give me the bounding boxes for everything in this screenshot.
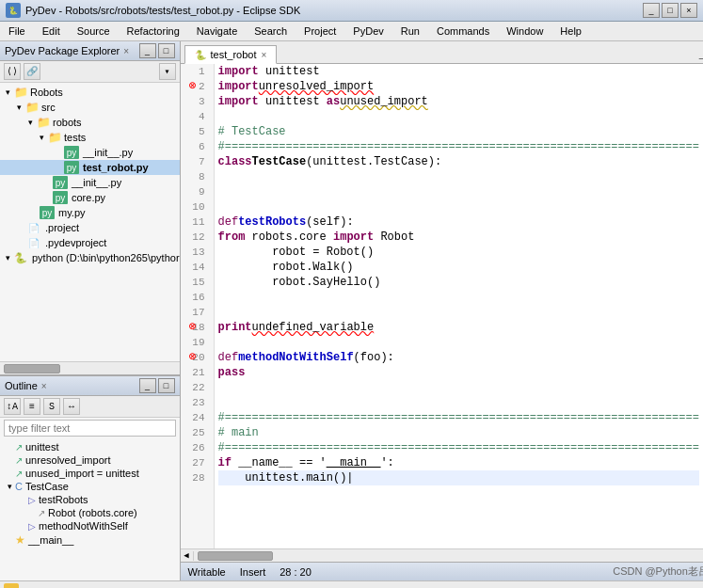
- collapse-all-btn[interactable]: ⟨⟩: [4, 63, 21, 80]
- menu-window[interactable]: Window: [502, 24, 548, 39]
- menu-run[interactable]: Run: [396, 24, 424, 39]
- line-num-6: 6: [185, 139, 209, 154]
- outline-item-unittest[interactable]: ↗ unittest: [0, 440, 180, 453]
- maximize-button[interactable]: □: [662, 3, 679, 18]
- tree-item-tests[interactable]: ▾ 📁 tests: [0, 130, 180, 145]
- outline-item-unused[interactable]: ↗ unused_import = unittest: [0, 467, 180, 480]
- sync-btn[interactable]: ↔: [63, 398, 80, 415]
- panel-max-btn[interactable]: □: [158, 43, 175, 58]
- tree-item-src[interactable]: ▾ 📁 src: [0, 100, 180, 115]
- outline-max-btn[interactable]: □: [158, 378, 175, 393]
- package-explorer-title: PyDev Package Explorer: [5, 45, 120, 56]
- menu-bar: File Edit Source Refactoring Navigate Se…: [0, 22, 703, 41]
- code-line-3: import unittest as unused_import: [218, 94, 699, 109]
- menu-source[interactable]: Source: [72, 24, 115, 39]
- tree-item-python[interactable]: ▾ 🐍 python (D:\bin\python265\pythor: [0, 250, 180, 265]
- status-insert: Insert: [240, 566, 266, 578]
- line-num-19: 19: [185, 335, 209, 350]
- class-icon: C: [15, 481, 23, 492]
- tab-ctrl-min[interactable]: _: [699, 51, 703, 61]
- outline-item-main[interactable]: ★ __main__: [0, 532, 180, 548]
- code-line-26: #=======================================…: [218, 440, 699, 455]
- bottom-bar: [0, 580, 703, 588]
- menu-project[interactable]: Project: [299, 24, 341, 39]
- outline-badge: ×: [41, 381, 47, 391]
- outline-item-testcase[interactable]: ▾ C TestCase: [0, 480, 180, 493]
- code-line-11: def testRobots(self):: [218, 215, 699, 230]
- line-num-20: ⊗ 20: [185, 350, 209, 365]
- editor-tab-bar: 🐍 test_robot × _ □: [181, 41, 703, 64]
- menu-help[interactable]: Help: [555, 24, 586, 39]
- outline-tree[interactable]: ↗ unittest ↗ unresolved_import ↗ unused_…: [0, 438, 180, 580]
- tree-label: .project: [45, 222, 79, 233]
- outline-label: methodNotWithSelf: [39, 520, 128, 532]
- tree-item-init-tests[interactable]: py __init__.py: [0, 145, 180, 160]
- hide-fields-btn[interactable]: ≡: [24, 398, 40, 415]
- outline-panel: Outline × _ □ ↕A ≡ S ↔ ↗: [0, 375, 180, 580]
- error-icon-18: ⊗: [185, 320, 200, 335]
- line-num-22: 22: [185, 380, 209, 395]
- status-position: 28 : 20: [280, 566, 312, 578]
- tree-label: core.py: [72, 192, 105, 203]
- line-num-3: 3: [185, 94, 209, 109]
- h-scroll-left-btn[interactable]: ◀: [181, 551, 194, 561]
- code-editor[interactable]: import unittest import unresolved_import…: [215, 64, 703, 548]
- package-explorer-tree[interactable]: ▾ 📁 Robots ▾ 📁 src ▾ 📁 robots: [0, 83, 180, 361]
- py-icon: py: [64, 146, 79, 159]
- outline-min-btn[interactable]: _: [139, 378, 156, 393]
- outline-item-method[interactable]: ▷ methodNotWithSelf: [0, 519, 180, 532]
- tree-item-project[interactable]: 📄 .project: [0, 220, 180, 235]
- link-editor-btn[interactable]: 🔗: [24, 63, 40, 80]
- menu-edit[interactable]: Edit: [38, 24, 65, 39]
- line-num-9: 9: [185, 184, 209, 199]
- menu-commands[interactable]: Commands: [432, 24, 494, 39]
- tree-item-mypy[interactable]: py my.py: [0, 205, 180, 220]
- module-icon: ↗: [15, 455, 23, 466]
- tree-item-test-robot[interactable]: py test_robot.py: [0, 160, 180, 175]
- outline-item-testrobots[interactable]: ▷ testRobots: [0, 493, 180, 506]
- py-icon: py: [64, 161, 79, 174]
- code-line-22: [218, 380, 699, 395]
- code-line-27: if __name__ == '__main__':: [218, 455, 699, 470]
- tab-close-btn[interactable]: ×: [261, 50, 266, 60]
- package-explorer-section: PyDev Package Explorer × _ □ ⟨⟩ 🔗 ▾ ▾ 📁: [0, 41, 180, 375]
- h-scroll-thumb[interactable]: [198, 551, 273, 561]
- line-num-21: 21: [185, 365, 209, 380]
- tree-item-core[interactable]: py core.py: [0, 190, 180, 205]
- view-menu-btn[interactable]: ▾: [159, 63, 176, 80]
- method-icon: ▷: [28, 495, 36, 505]
- tree-item-init-robots[interactable]: py __init__.py: [0, 175, 180, 190]
- tree-item-robots-pkg[interactable]: ▾ 📁 robots: [0, 115, 180, 130]
- line-num-10: 10: [185, 199, 209, 215]
- outline-header: Outline × _ □: [0, 376, 180, 396]
- menu-search[interactable]: Search: [249, 24, 292, 39]
- outline-item-unresolved[interactable]: ↗ unresolved_import: [0, 453, 180, 467]
- line-num-11: 11: [185, 215, 209, 230]
- minimize-button[interactable]: _: [643, 3, 660, 18]
- menu-pydev[interactable]: PyDev: [348, 24, 388, 39]
- editor-h-scrollbar[interactable]: ◀ ▶: [181, 548, 703, 562]
- tree-label: python (D:\bin\python265\pythor: [32, 252, 180, 263]
- sort-btn[interactable]: ↕A: [4, 398, 21, 415]
- h-scroll-thumb[interactable]: [4, 364, 60, 373]
- menu-refactoring[interactable]: Refactoring: [122, 24, 184, 39]
- menu-navigate[interactable]: Navigate: [192, 24, 242, 39]
- code-line-12: from robots.core import Robot: [218, 230, 699, 245]
- outline-filter[interactable]: [4, 420, 176, 437]
- outline-item-robot[interactable]: ↗ Robot (robots.core): [0, 506, 180, 519]
- close-button[interactable]: ×: [680, 3, 697, 18]
- project-icon: 📄: [26, 236, 41, 249]
- outline-title: Outline: [5, 380, 38, 391]
- panel-controls: _ □: [139, 43, 175, 58]
- explorer-h-scrollbar[interactable]: [0, 361, 180, 374]
- panel-min-btn[interactable]: _: [139, 43, 156, 58]
- editor-tab-test-robot[interactable]: 🐍 test_robot ×: [184, 45, 278, 64]
- menu-file[interactable]: File: [4, 24, 30, 39]
- line-num-17: 17: [185, 305, 209, 320]
- hide-static-btn[interactable]: S: [43, 398, 60, 415]
- window-controls: _ □ ×: [643, 3, 697, 18]
- app-icon: 🐍: [6, 3, 21, 18]
- tree-item-pydevproject[interactable]: 📄 .pydevproject: [0, 235, 180, 250]
- tree-label: Robots: [30, 87, 63, 98]
- tree-item-robots[interactable]: ▾ 📁 Robots: [0, 85, 180, 100]
